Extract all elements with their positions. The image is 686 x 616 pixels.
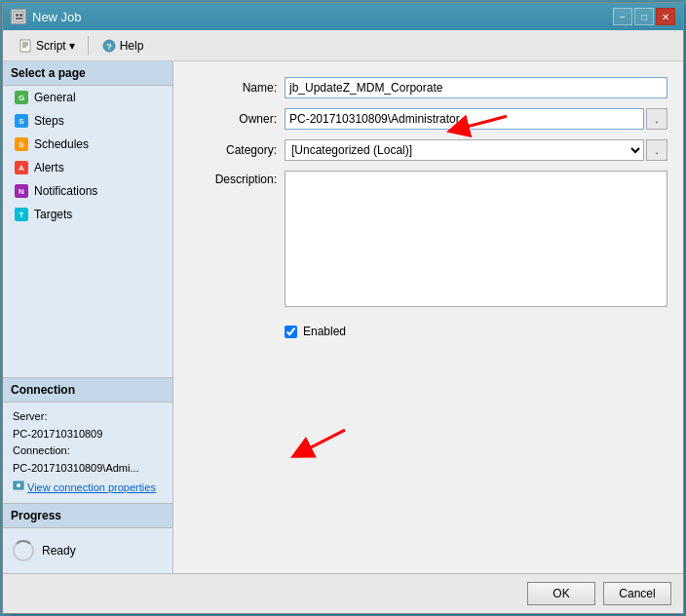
connection-section: Connection Server: PC-201710310809 Conne… xyxy=(3,377,172,503)
script-icon xyxy=(18,38,33,54)
sidebar-item-targets[interactable]: T Targets xyxy=(3,203,172,226)
connection-title: Connection xyxy=(3,378,172,403)
svg-point-11 xyxy=(17,483,20,487)
title-buttons: − □ ✕ xyxy=(613,8,675,25)
title-bar-left: New Job xyxy=(11,9,82,24)
main-content-wrapper: Name: Owner: . Category: [Un xyxy=(173,61,683,573)
svg-rect-4 xyxy=(20,40,30,52)
progress-section: Progress Ready xyxy=(3,503,172,573)
connection-link-icon xyxy=(13,480,24,497)
category-select[interactable]: [Uncategorized (Local)] xyxy=(285,139,644,161)
sidebar-items: G General S Steps S Schedules A Alerts N xyxy=(3,86,172,377)
view-connection-link[interactable]: View connection properties xyxy=(13,480,163,497)
category-select-group: [Uncategorized (Local)] . xyxy=(285,139,667,161)
connection-label: Connection: xyxy=(13,443,163,460)
sidebar-item-general-label: General xyxy=(34,91,76,104)
svg-rect-3 xyxy=(16,18,22,19)
window-icon xyxy=(11,9,26,24)
sidebar-item-alerts-label: Alerts xyxy=(34,161,64,174)
enabled-checkbox[interactable] xyxy=(285,326,297,338)
name-label: Name: xyxy=(189,81,277,95)
title-bar: New Job − □ ✕ xyxy=(3,3,683,30)
minimize-button[interactable]: − xyxy=(613,8,632,25)
steps-icon: S xyxy=(15,114,28,128)
progress-title: Progress xyxy=(3,504,172,528)
select-page-title: Select a page xyxy=(3,61,172,86)
server-value: PC-201710310809 xyxy=(13,426,163,443)
alerts-icon: A xyxy=(15,161,28,174)
connection-value: PC-201710310809\Admi... xyxy=(13,460,163,478)
window-title: New Job xyxy=(32,10,82,24)
owner-row: Owner: . xyxy=(189,108,667,130)
sidebar-item-targets-label: Targets xyxy=(34,208,72,221)
help-label: Help xyxy=(120,39,144,53)
sidebar-item-notifications-label: Notifications xyxy=(34,184,97,198)
category-browse-button[interactable]: . xyxy=(646,139,667,161)
progress-status: Ready xyxy=(42,544,76,558)
notifications-icon: N xyxy=(15,184,28,198)
main-window: New Job − □ ✕ Script ▾ xyxy=(2,2,684,614)
script-label: Script xyxy=(36,39,66,53)
progress-content: Ready xyxy=(3,528,172,573)
restore-button[interactable]: □ xyxy=(634,8,654,25)
script-dropdown-arrow: ▾ xyxy=(69,39,75,53)
sidebar-item-steps-label: Steps xyxy=(34,114,64,128)
owner-label: Owner: xyxy=(189,112,277,126)
spinner-icon xyxy=(13,540,34,561)
sidebar-item-steps[interactable]: S Steps xyxy=(3,109,172,133)
owner-browse-button[interactable]: . xyxy=(646,108,667,130)
sidebar-item-schedules-label: Schedules xyxy=(34,137,89,151)
sidebar: Select a page G General S Steps S Schedu… xyxy=(3,61,173,573)
connection-info: Server: PC-201710310809 Connection: PC-2… xyxy=(3,403,172,503)
content-area: Select a page G General S Steps S Schedu… xyxy=(3,61,683,573)
cancel-button[interactable]: Cancel xyxy=(603,582,671,605)
help-button[interactable]: ? Help xyxy=(95,34,151,58)
general-icon: G xyxy=(15,91,28,104)
description-area: Description: xyxy=(189,171,667,307)
enabled-label: Enabled xyxy=(303,325,346,338)
help-icon: ? xyxy=(101,38,117,54)
close-button[interactable]: ✕ xyxy=(656,8,675,25)
connection-link-text: View connection properties xyxy=(27,480,156,497)
description-textarea[interactable] xyxy=(285,171,667,307)
category-label: Category: xyxy=(189,143,277,157)
toolbar: Script ▾ ? Help xyxy=(3,30,683,61)
svg-text:?: ? xyxy=(106,42,112,52)
svg-rect-2 xyxy=(19,14,22,17)
owner-input[interactable] xyxy=(285,108,644,130)
targets-icon: T xyxy=(15,208,28,221)
name-row: Name: xyxy=(189,77,667,98)
schedules-icon: S xyxy=(15,137,28,151)
main-content: Name: Owner: . Category: [Un xyxy=(173,61,683,573)
footer: OK Cancel xyxy=(3,573,683,613)
script-button[interactable]: Script ▾ xyxy=(11,34,82,58)
toolbar-separator xyxy=(88,36,89,56)
name-input[interactable] xyxy=(285,77,667,98)
svg-rect-1 xyxy=(16,14,19,17)
enabled-row: Enabled xyxy=(189,325,667,338)
sidebar-item-schedules[interactable]: S Schedules xyxy=(3,133,172,156)
sidebar-item-notifications[interactable]: N Notifications xyxy=(3,179,172,203)
sidebar-item-general[interactable]: G General xyxy=(3,86,172,109)
sidebar-item-alerts[interactable]: A Alerts xyxy=(3,156,172,179)
server-label: Server: xyxy=(13,408,163,426)
category-row: Category: [Uncategorized (Local)] . xyxy=(189,139,667,161)
owner-input-group: . xyxy=(285,108,667,130)
description-label: Description: xyxy=(189,171,277,186)
ok-button[interactable]: OK xyxy=(527,582,595,605)
